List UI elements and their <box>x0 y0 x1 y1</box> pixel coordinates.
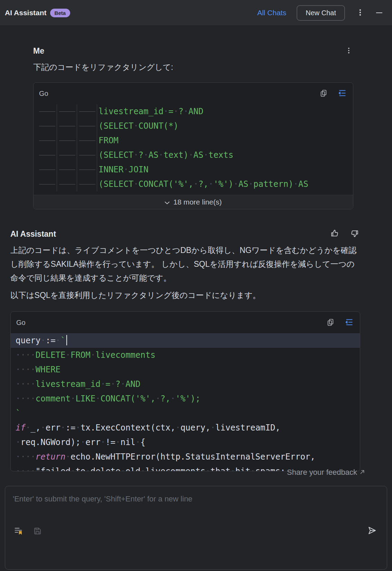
user-message-author: Me <box>33 46 44 56</box>
kebab-menu-icon <box>345 46 353 56</box>
tab-indent-guide <box>78 162 99 177</box>
code-line: (SELECT·COUNT(*) <box>34 119 353 133</box>
thumbs-down-button[interactable] <box>349 228 360 240</box>
tab-indent-guide <box>58 177 78 191</box>
tab-indent-guide <box>58 119 78 133</box>
code-language-label: Go <box>39 90 48 98</box>
code-line: livestream_id·=·?·AND <box>34 104 353 119</box>
copy-code-button[interactable] <box>319 88 329 99</box>
save-button[interactable] <box>32 525 43 537</box>
arrow-up-right-icon <box>360 468 365 477</box>
tab-indent-guide <box>78 148 99 162</box>
query-input-box <box>5 486 387 570</box>
thumbs-up-icon <box>330 229 339 239</box>
header: AI Assistant Beta All Chats New Chat <box>0 0 392 26</box>
code-line: INNER·JOIN <box>34 162 353 177</box>
assistant-paragraph: 以下はSQLを直接利用したリファクタリング後のコードになります。 <box>10 288 360 302</box>
code-language-label: Go <box>16 319 26 327</box>
tab-indent-guide <box>38 148 58 162</box>
tab-indent-guide <box>78 119 99 133</box>
insert-at-caret-icon <box>345 318 354 328</box>
tab-indent-guide <box>38 104 58 119</box>
ai-assistant-panel: AI Assistant Beta All Chats New Chat Me <box>0 0 392 571</box>
code-line: ····livestream_id·=·?·AND <box>11 377 360 391</box>
new-chat-button[interactable]: New Chat <box>297 5 345 21</box>
assistant-paragraph: 上記のコードは、ライブコメントを一つひとつDBから取得し、NGワードを含むかどう… <box>10 243 360 285</box>
code-line: ····WHERE <box>11 362 360 377</box>
insert-code-button[interactable] <box>337 88 347 99</box>
more-lines-label: 18 more line(s) <box>173 198 222 206</box>
tab-indent-guide <box>58 133 78 148</box>
thumbs-down-icon <box>350 229 360 239</box>
show-more-lines-button[interactable]: 18 more line(s) <box>34 195 353 209</box>
code-line: ·req.NGWord);·err·!=·nil·{ <box>11 435 360 450</box>
user-message-text: 下記のコードをリファクタリングして: <box>33 61 353 73</box>
copy-icon <box>319 89 328 99</box>
tab-indent-guide <box>38 177 58 191</box>
assistant-message: AI Assistant 上記のコードは、ライブコメントを一つひとつDBから取得… <box>10 228 360 471</box>
tab-indent-guide <box>38 133 58 148</box>
send-button[interactable] <box>366 525 378 537</box>
panel-title: AI Assistant <box>5 9 47 17</box>
tab-indent-guide <box>58 148 78 162</box>
insert-code-button[interactable] <box>344 317 354 328</box>
kebab-menu-icon <box>356 8 364 18</box>
share-feedback-label: Share your feedback <box>287 468 357 477</box>
code-line: ` <box>11 406 360 420</box>
prompt-library-button[interactable] <box>13 525 24 537</box>
beta-badge: Beta <box>50 9 71 17</box>
user-message-menu-button[interactable] <box>344 45 353 57</box>
insert-at-caret-icon <box>338 89 347 99</box>
share-feedback-link[interactable]: Share your feedback <box>287 468 365 477</box>
prompt-library-icon <box>13 526 23 537</box>
tab-indent-guide <box>78 177 99 191</box>
assistant-message-author: AI Assistant <box>10 229 56 239</box>
code-line: FROM <box>34 133 353 148</box>
user-message: Me 下記のコードをリファクタリングして: Go <box>33 45 353 209</box>
code-block-2: Go query·:=·`····DELETE·FROM·livecomment… <box>10 311 360 471</box>
all-chats-link[interactable]: All Chats <box>257 9 286 17</box>
query-input[interactable] <box>9 491 383 533</box>
copy-code-button[interactable] <box>326 317 336 328</box>
assistant-message-text: 上記のコードは、ライブコメントを一つひとつDBから取得し、NGワードを含むかどう… <box>10 243 360 302</box>
tab-indent-guide <box>38 119 58 133</box>
tab-indent-guide <box>58 104 78 119</box>
save-icon <box>33 526 42 537</box>
chevron-down-icon <box>165 198 170 206</box>
minimize-button[interactable] <box>375 12 383 14</box>
code-line: if·_,·err·:=·tx.ExecContext(ctx,·query,·… <box>11 420 360 435</box>
code-line: query·:=·` <box>11 333 360 348</box>
text-cursor <box>66 335 67 345</box>
code-line: ····return·echo.NewHTTPError(http.Status… <box>11 450 360 464</box>
code-line: (SELECT·CONCAT('%',·?,·'%')·AS·pattern)·… <box>34 177 353 191</box>
send-icon <box>367 525 377 537</box>
tab-indent-guide <box>58 162 78 177</box>
header-menu-button[interactable] <box>355 8 365 18</box>
tab-indent-guide <box>78 133 99 148</box>
code-content: livestream_id·=·?·AND(SELECT·COUNT(*)FRO… <box>34 102 353 195</box>
code-line: (SELECT·?·AS·text)·AS·texts <box>34 148 353 162</box>
code-block-1: Go livestream_id·=·?·AND(SELECT·COUNT(*)… <box>33 82 353 209</box>
tab-indent-guide <box>78 104 99 119</box>
thumbs-up-button[interactable] <box>329 228 340 240</box>
minimize-icon <box>376 12 382 13</box>
code-line: ····DELETE·FROM·livecomments <box>11 348 360 362</box>
code-content: query·:=·`····DELETE·FROM·livecomments··… <box>11 331 360 471</box>
code-line: ····comment·LIKE·CONCAT('%',·?,·'%'); <box>11 391 360 406</box>
tab-indent-guide <box>38 162 58 177</box>
copy-icon <box>326 318 335 328</box>
